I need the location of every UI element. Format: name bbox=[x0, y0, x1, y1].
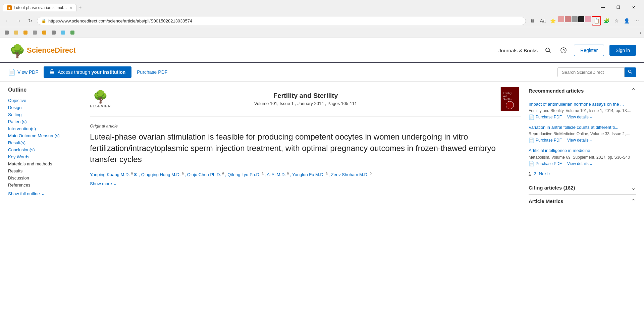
bookmark-4[interactable] bbox=[31, 30, 39, 35]
page-2[interactable]: 2 bbox=[534, 171, 536, 176]
rec-article-1-title[interactable]: Impact of antimüllerian hormone assays o… bbox=[529, 101, 636, 107]
rec-details-label-2: View details bbox=[567, 138, 589, 143]
tab-close-button[interactable]: × bbox=[70, 6, 72, 10]
search-button[interactable] bbox=[625, 67, 636, 77]
rec-article-3-actions: 📄 Purchase PDF View details ⌄ bbox=[529, 161, 636, 166]
signin-button[interactable]: Sign in bbox=[609, 45, 636, 56]
citing-section[interactable]: Citing articles (162) ⌄ bbox=[529, 181, 636, 195]
bookmark-6[interactable] bbox=[50, 30, 58, 35]
recommended-collapse-button[interactable]: ⌃ bbox=[631, 87, 636, 94]
show-full-outline-button[interactable]: Show full outline ⌄ bbox=[8, 191, 82, 196]
page-1[interactable]: 1 bbox=[529, 171, 531, 176]
metrics-section[interactable]: Article Metrics ⌃ bbox=[529, 195, 636, 208]
help-icon: ? bbox=[560, 47, 567, 53]
rec-pdf-icon-2: 📄 bbox=[529, 138, 534, 143]
outline-item-conclusion[interactable]: Conclusion(s) bbox=[8, 146, 82, 153]
svg-text:Sterility: Sterility bbox=[503, 98, 512, 101]
browser-chrome: E Luteal-phase ovarian stimulation... × … bbox=[0, 0, 644, 38]
show-more-button[interactable]: Show more ⌄ bbox=[90, 181, 521, 186]
restore-button[interactable]: ❐ bbox=[610, 2, 626, 13]
author-aiai: , Ai Ai M.D. bbox=[265, 172, 286, 177]
help-icon-button[interactable]: ? bbox=[558, 45, 569, 55]
new-tab-button[interactable]: + bbox=[76, 4, 84, 11]
outline-item-result[interactable]: Result(s) bbox=[8, 139, 82, 146]
window-controls: — ❐ ✕ bbox=[595, 2, 641, 13]
lock-icon: 🔒 bbox=[41, 18, 46, 23]
outline-item-outcome[interactable]: Main Outcome Measure(s) bbox=[8, 132, 82, 139]
rec-details-label-1: View details bbox=[567, 115, 589, 119]
rec-purchase-label-3: Purchase PDF bbox=[536, 161, 562, 166]
outline-item-design[interactable]: Design bbox=[8, 104, 82, 111]
rec-article-2-title[interactable]: Variation in antral follicle counts at d… bbox=[529, 124, 636, 130]
reload-button[interactable]: ↻ bbox=[25, 16, 35, 25]
reader-view-icon[interactable]: 🖥 bbox=[528, 16, 537, 25]
bookmark-1[interactable] bbox=[3, 30, 11, 35]
rec-article-1-purchase-pdf[interactable]: 📄 Purchase PDF bbox=[529, 114, 562, 120]
rec-article-1-details[interactable]: View details ⌄ bbox=[567, 115, 593, 119]
color-swatch-1[interactable] bbox=[558, 16, 564, 22]
citing-collapse-button[interactable]: ⌄ bbox=[631, 184, 636, 192]
favorites-star-icon[interactable]: ☆ bbox=[612, 16, 621, 25]
outline-item-patient[interactable]: Patient(s) bbox=[8, 118, 82, 125]
bookmarks-more[interactable]: › bbox=[640, 31, 641, 35]
rec-pdf-icon-1: 📄 bbox=[529, 114, 534, 120]
rec-article-3-purchase-pdf[interactable]: 📄 Purchase PDF bbox=[529, 161, 562, 166]
bookmark-3[interactable] bbox=[21, 30, 30, 35]
elsevier-tree-icon: 🌳 bbox=[90, 90, 111, 104]
register-button[interactable]: Register bbox=[574, 45, 604, 56]
chevron-down-rec-2-icon: ⌄ bbox=[589, 138, 593, 143]
journal-pages: Pages 105-111 bbox=[327, 101, 357, 106]
minimize-button[interactable]: — bbox=[595, 2, 610, 13]
browser-tabs: E Luteal-phase ovarian stimulation... × … bbox=[3, 4, 84, 11]
clipboard-icon[interactable]: 📋 bbox=[592, 16, 601, 25]
pagination: 1 2 Next › bbox=[529, 171, 636, 176]
rec-article-3-title[interactable]: Artificial intelligence in medicine bbox=[529, 148, 636, 154]
purchase-pdf-link[interactable]: Purchase PDF bbox=[137, 69, 167, 75]
next-page-button[interactable]: Next › bbox=[539, 171, 550, 176]
back-button[interactable]: ← bbox=[3, 16, 12, 25]
svg-point-12 bbox=[506, 101, 514, 109]
action-bar: 📄 View PDF 🏛 Access through your institu… bbox=[0, 63, 644, 82]
rec-article-1-actions: 📄 Purchase PDF View details ⌄ bbox=[529, 114, 636, 120]
search-input[interactable] bbox=[557, 67, 625, 77]
access-institution-button[interactable]: 🏛 Access through your institution bbox=[44, 66, 131, 78]
outline-item-keywords[interactable]: Key Words bbox=[8, 153, 82, 160]
rec-article-2-details[interactable]: View details ⌄ bbox=[567, 138, 593, 143]
bookmark-2[interactable] bbox=[12, 30, 20, 35]
rec-article-2-purchase-pdf[interactable]: 📄 Purchase PDF bbox=[529, 138, 562, 143]
close-button[interactable]: ✕ bbox=[626, 2, 641, 13]
rec-article-3-details[interactable]: View details ⌄ bbox=[567, 161, 593, 166]
profile-icon[interactable]: 👤 bbox=[622, 16, 631, 25]
settings-more-icon[interactable]: ⋯ bbox=[632, 16, 641, 25]
favorites-icon[interactable]: ⭐ bbox=[548, 16, 557, 25]
rec-article-2-meta: Reproductive BioMedicine Online, Volume … bbox=[529, 132, 636, 136]
journal-meta: Volume 101, Issue 1 , January 2014 , Pag… bbox=[116, 101, 495, 106]
outline-item-objective[interactable]: Objective bbox=[8, 97, 82, 104]
author-yonglun: , Yonglun Fu M.D. bbox=[290, 172, 324, 177]
forward-button[interactable]: → bbox=[14, 16, 23, 25]
view-pdf-link[interactable]: 📄 View PDF bbox=[8, 68, 38, 76]
address-bar[interactable]: 🔒 https://www.sciencedirect.com/science/… bbox=[37, 17, 526, 25]
bookmark-8[interactable] bbox=[68, 30, 76, 35]
browser-tab-active[interactable]: E Luteal-phase ovarian stimulation... × bbox=[3, 4, 76, 11]
header-right: Journals & Books ? Register Sign in bbox=[498, 45, 636, 56]
outline-item-intervention[interactable]: Intervention(s) bbox=[8, 125, 82, 132]
immersive-reader-icon[interactable]: Aa bbox=[538, 16, 547, 25]
extensions-icon[interactable]: 🧩 bbox=[602, 16, 611, 25]
bookmark-7[interactable] bbox=[59, 30, 67, 35]
metrics-collapse-button[interactable]: ⌃ bbox=[631, 198, 636, 205]
color-swatch-2[interactable] bbox=[565, 16, 571, 22]
outline-item-setting[interactable]: Setting bbox=[8, 111, 82, 118]
search-icon-button[interactable] bbox=[543, 45, 553, 55]
color-swatch-4[interactable] bbox=[578, 16, 584, 22]
svg-point-2 bbox=[546, 48, 549, 52]
recommended-section: Recommended articles ⌃ Impact of antimül… bbox=[529, 87, 636, 176]
bookmark-5[interactable] bbox=[40, 30, 48, 35]
journal-info: Fertility and Sterility Volume 101, Issu… bbox=[116, 92, 495, 106]
svg-point-6 bbox=[629, 70, 631, 72]
color-swatch-3[interactable] bbox=[572, 16, 578, 22]
journals-books-link[interactable]: Journals & Books bbox=[498, 48, 538, 53]
cover-svg: Fertility and Sterility bbox=[501, 87, 519, 111]
color-swatch-5[interactable] bbox=[585, 16, 591, 22]
site-logo[interactable]: 🌳 ScienceDirect bbox=[8, 42, 76, 58]
